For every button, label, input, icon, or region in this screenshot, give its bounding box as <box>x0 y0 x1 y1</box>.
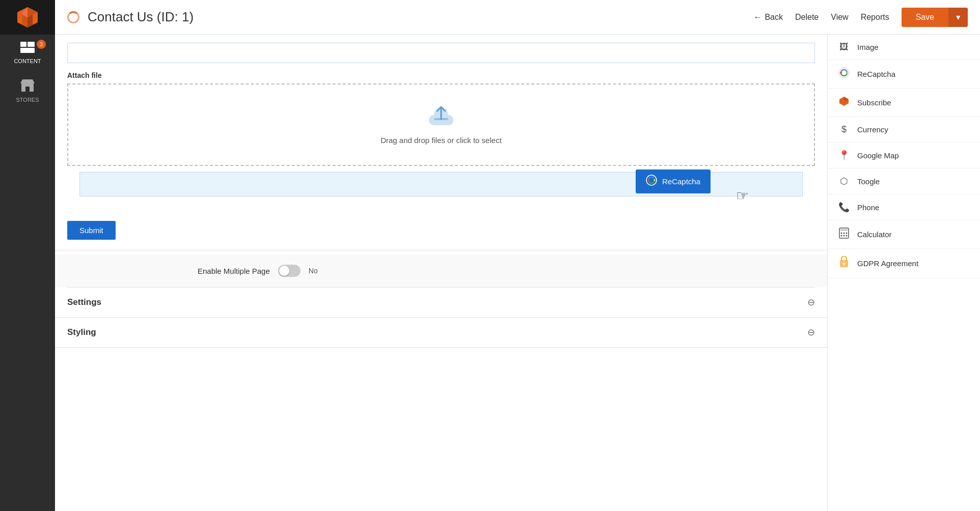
subscribe-icon <box>838 96 850 109</box>
widget-image-label: Image <box>857 43 879 51</box>
view-button[interactable]: View <box>831 13 848 22</box>
multiple-page-toggle[interactable] <box>278 265 301 277</box>
svg-point-21 <box>841 233 842 234</box>
recaptcha-tooltip: ReCaptcha <box>636 169 711 193</box>
recaptcha-field[interactable]: ReCaptcha <box>79 172 803 196</box>
svg-rect-5 <box>20 42 26 47</box>
left-sidebar: CONTENT 3 STORES <box>0 0 55 511</box>
topbar-actions: ← Back Delete View Reports Save ▼ <box>753 8 968 27</box>
sidebar-logo <box>0 0 55 35</box>
reports-button[interactable]: Reports <box>861 13 889 22</box>
settings-section[interactable]: Settings ⊖ <box>55 288 827 318</box>
save-dropdown-button[interactable]: ▼ <box>948 8 968 27</box>
topbar: Contact Us (ID: 1) ← Back Delete View Re… <box>55 0 980 35</box>
enable-multiple-page-section: Enable Multiple Page No <box>55 254 827 287</box>
loading-spinner <box>67 11 79 23</box>
main-area: Contact Us (ID: 1) ← Back Delete View Re… <box>55 0 980 511</box>
widget-phone-label: Phone <box>857 203 879 212</box>
widget-google-map-label: Google Map <box>857 151 899 160</box>
recaptcha-tooltip-icon <box>646 175 657 188</box>
svg-rect-9 <box>25 87 30 92</box>
widget-gdpr-label: GDPR Agreement <box>857 259 918 268</box>
delete-button[interactable]: Delete <box>795 13 819 22</box>
calculator-icon <box>838 228 850 241</box>
widget-toogle[interactable]: ⬡ Toogle <box>828 168 980 194</box>
currency-icon: $ <box>838 124 850 135</box>
sidebar-stores-label: STORES <box>16 97 39 103</box>
recaptcha-widget-icon <box>838 67 850 81</box>
widget-subscribe-label: Subscribe <box>857 98 891 107</box>
widget-currency-label: Currency <box>857 125 888 134</box>
widget-calculator-label: Calculator <box>857 230 892 239</box>
gdpr-icon <box>838 256 850 271</box>
toggle-knob <box>279 266 289 276</box>
widget-recaptcha-label: ReCaptcha <box>857 70 895 78</box>
widget-subscribe[interactable]: Subscribe <box>828 89 980 117</box>
widget-recaptcha[interactable]: ReCaptcha <box>828 60 980 89</box>
svg-point-25 <box>843 235 845 237</box>
settings-chevron-icon: ⊖ <box>807 297 815 308</box>
attach-file-label: Attach file <box>67 71 815 79</box>
styling-section[interactable]: Styling ⊖ <box>55 318 827 348</box>
svg-point-26 <box>846 235 848 237</box>
submit-button[interactable]: Submit <box>67 221 116 240</box>
cursor-icon: ☞ <box>736 187 749 207</box>
widget-currency[interactable]: $ Currency <box>828 117 980 143</box>
widget-phone[interactable]: 📞 Phone <box>828 194 980 220</box>
svg-point-16 <box>846 72 848 74</box>
svg-point-22 <box>843 233 845 234</box>
enable-multiple-page-label: Enable Multiple Page <box>198 267 270 275</box>
widget-toogle-label: Toogle <box>857 177 880 186</box>
sidebar-content-label: CONTENT <box>14 58 41 64</box>
back-button[interactable]: ← Back <box>753 13 783 22</box>
content-area: Attach file Drag and drop files or click… <box>55 35 980 511</box>
svg-point-15 <box>840 72 842 74</box>
svg-rect-10 <box>434 118 448 120</box>
text-editor-area[interactable] <box>67 43 815 63</box>
save-button[interactable]: Save <box>902 8 948 27</box>
svg-point-13 <box>654 179 656 181</box>
svg-rect-29 <box>843 264 845 266</box>
upload-icon <box>429 105 453 130</box>
map-icon: 📍 <box>838 150 850 161</box>
stores-icon <box>20 78 35 95</box>
svg-rect-7 <box>20 48 35 53</box>
recaptcha-tooltip-text: ReCaptcha <box>662 177 700 186</box>
styling-chevron-icon: ⊖ <box>807 327 815 338</box>
dropzone-text: Drag and drop files or click to select <box>380 136 502 145</box>
svg-point-23 <box>846 233 848 234</box>
widget-gdpr[interactable]: GDPR Agreement <box>828 249 980 278</box>
svg-point-24 <box>841 235 842 237</box>
image-icon: 🖼 <box>838 42 850 52</box>
toogle-icon: ⬡ <box>838 176 850 187</box>
widget-calculator[interactable]: Calculator <box>828 220 980 249</box>
content-icon <box>20 42 35 56</box>
settings-title: Settings <box>67 297 101 307</box>
svg-rect-20 <box>840 229 848 231</box>
right-sidebar: 🖼 Image ReCaptcha <box>827 35 980 511</box>
main-content: Attach file Drag and drop files or click… <box>55 35 827 511</box>
toggle-state-label: No <box>309 267 318 275</box>
phone-icon: 📞 <box>838 202 850 213</box>
widget-image[interactable]: 🖼 Image <box>828 35 980 60</box>
svg-point-12 <box>647 179 649 181</box>
back-arrow-icon: ← <box>753 13 761 22</box>
save-button-group: Save ▼ <box>902 8 968 27</box>
sidebar-item-content[interactable]: CONTENT 3 <box>0 35 55 71</box>
svg-rect-6 <box>28 42 35 47</box>
widget-google-map[interactable]: 📍 Google Map <box>828 143 980 168</box>
content-badge: 3 <box>37 40 46 49</box>
page-title: Contact Us (ID: 1) <box>88 9 745 25</box>
file-dropzone[interactable]: Drag and drop files or click to select <box>67 83 815 166</box>
styling-title: Styling <box>67 327 96 337</box>
sidebar-item-stores[interactable]: STORES <box>0 71 55 110</box>
